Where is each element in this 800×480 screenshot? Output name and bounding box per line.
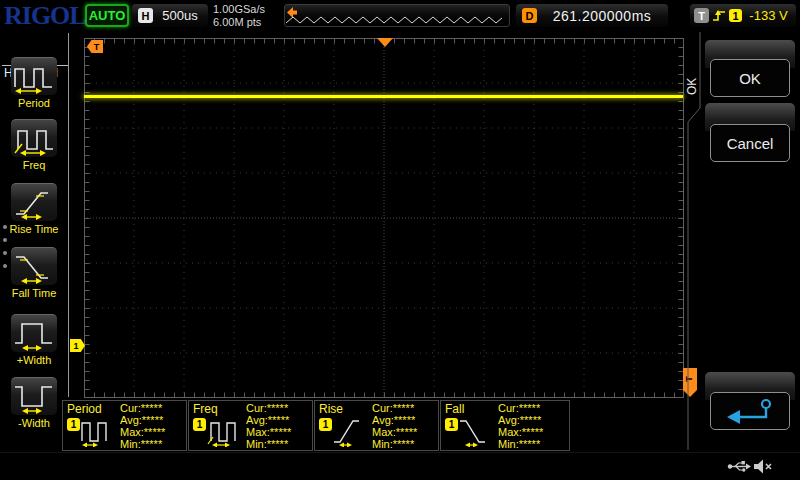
panel-title: Period <box>67 402 102 416</box>
panel-channel-badge: 1 <box>193 418 206 431</box>
sidebar-frame-line <box>68 33 69 397</box>
freq-icon <box>14 122 54 156</box>
sidebar-label-nwidth: -Width <box>0 417 68 429</box>
sidebar-label-fall-time: Fall Time <box>0 287 68 299</box>
delay-label: D <box>522 8 537 23</box>
panel-stats: Cur:***** Avg:***** Max:***** Min:***** <box>498 402 543 450</box>
run-status-badge: AUTO <box>85 4 129 27</box>
sidebar-label-freq: Freq <box>0 159 68 171</box>
rigol-logo: RIGOL <box>4 1 86 31</box>
cancel-button[interactable]: Cancel <box>710 124 790 162</box>
back-button[interactable] <box>710 392 790 430</box>
menu-title: OK <box>684 62 699 110</box>
timebase-value: 500us <box>158 8 202 23</box>
waveform-memory-bar[interactable] <box>284 4 510 27</box>
trigger-status-box[interactable]: T 1 -133 V <box>690 4 796 27</box>
freq-icon <box>207 415 237 447</box>
sample-rate: 1.00GSa/s <box>213 3 265 16</box>
timebase-label: H <box>138 8 153 23</box>
top-status-bar: RIGOL AUTO H 500us 1.00GSa/s 6.00M pts D… <box>0 0 800 31</box>
rise-time-icon <box>14 186 54 220</box>
panel-title: Fall <box>445 402 464 416</box>
fall-time-icon <box>14 250 54 284</box>
delay-value: 261.200000ms <box>542 8 662 24</box>
measurement-panel-period[interactable]: Period 1 Cur:***** Avg:***** Max:***** M… <box>62 400 187 451</box>
bottom-status-bar: 1 19.4 V 2 5.00 V <box>0 452 800 480</box>
panel-channel-badge: 1 <box>67 418 80 431</box>
trigger-level-value: -133 V <box>745 8 792 23</box>
nwidth-icon <box>14 380 54 414</box>
panel-title: Freq <box>193 402 218 416</box>
sidebar-item-freq[interactable] <box>11 119 57 157</box>
rise-icon <box>333 415 363 447</box>
sidebar-label-rise-time: Rise Time <box>0 223 68 235</box>
ok-button[interactable]: OK <box>710 59 790 97</box>
panel-title: Rise <box>319 402 343 416</box>
period-icon <box>14 60 54 94</box>
usb-icon <box>727 460 751 473</box>
acquisition-info: 1.00GSa/s 6.00M pts <box>213 3 265 29</box>
speaker-muted-icon <box>753 458 773 475</box>
sidebar-item-period[interactable] <box>11 57 57 95</box>
memory-depth: 6.00M pts <box>213 16 265 29</box>
fall-icon <box>459 415 489 447</box>
sidebar-item-pwidth[interactable] <box>11 314 57 352</box>
soft-menu-panel: OK OK Cancel <box>684 30 800 452</box>
period-icon <box>81 415 111 447</box>
measurement-panel-rise[interactable]: Rise 1 Cur:***** Avg:***** Max:***** Min… <box>314 400 439 451</box>
sidebar-label-period: Period <box>0 97 68 109</box>
channel1-trace <box>84 95 683 98</box>
trigger-position-icon[interactable] <box>377 38 393 47</box>
pwidth-icon <box>14 317 54 351</box>
panel-channel-badge: 1 <box>445 418 458 431</box>
measure-sidebar: Horizontal Period Freq Rise Time <box>0 31 68 451</box>
measurement-panel-freq[interactable]: Freq 1 Cur:***** Avg:***** Max:***** Min… <box>188 400 313 451</box>
sidebar-item-fall-time[interactable] <box>11 247 57 285</box>
sidebar-label-pwidth: +Width <box>0 354 68 366</box>
measurement-panel-fall[interactable]: Fall 1 Cur:***** Avg:***** Max:***** Min… <box>440 400 570 451</box>
channel1-offset-flag[interactable]: 1 <box>70 339 85 352</box>
trigger-slope-icon <box>712 8 726 23</box>
panel-stats: Cur:***** Avg:***** Max:***** Min:***** <box>246 402 291 450</box>
panel-channel-badge: 1 <box>319 418 332 431</box>
trigger-source-badge: 1 <box>729 9 742 22</box>
trigger-delay-box[interactable]: D 261.200000ms <box>516 4 668 27</box>
sidebar-item-rise-time[interactable] <box>11 183 57 221</box>
timebase-box[interactable]: H 500us <box>132 4 208 27</box>
graticule <box>84 38 684 398</box>
panel-stats: Cur:***** Avg:***** Max:***** Min:***** <box>372 402 417 450</box>
grid-lines <box>84 38 684 398</box>
back-arrow-icon <box>724 398 776 424</box>
sidebar-item-nwidth[interactable] <box>11 377 57 415</box>
trigger-label: T <box>694 8 709 23</box>
panel-stats: Cur:***** Avg:***** Max:***** Min:***** <box>120 402 165 450</box>
memory-waveform-icon <box>286 14 508 26</box>
